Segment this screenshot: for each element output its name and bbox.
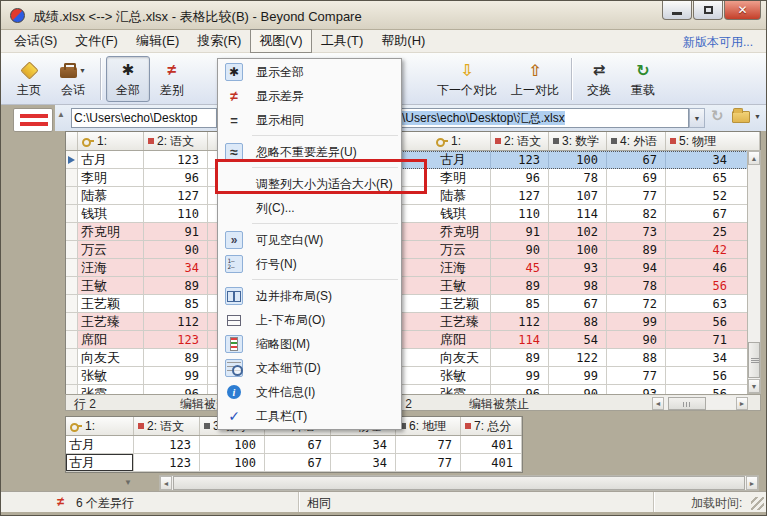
value-cell[interactable]: 67 [265,454,331,471]
value-cell[interactable]: 77 [607,187,666,204]
value-cell[interactable]: 67 [265,436,331,453]
name-cell[interactable]: 向友天 [388,349,491,366]
name-cell[interactable]: 汪海 [78,259,144,276]
value-cell[interactable]: 96 [491,169,549,186]
value-cell[interactable]: 45 [491,259,549,276]
name-cell[interactable]: 王艺颖 [388,295,491,312]
scroll-left-icon[interactable]: ◄ [652,397,664,410]
value-cell[interactable]: 100 [549,241,607,258]
value-cell[interactable]: 72 [607,295,666,312]
table-row[interactable]: 万云901008942 [388,241,760,259]
left-path-input[interactable]: C:\Users\echo\Desktop [71,108,217,128]
value-cell[interactable]: 94 [607,259,666,276]
menu-item[interactable]: 缩略图(M) [218,332,401,356]
name-cell[interactable]: 席阳 [388,331,491,348]
browse-folder-dropdown-icon[interactable]: ▼ [754,113,761,120]
value-cell[interactable]: 99 [607,313,666,330]
table-row[interactable]: 王艺臻112889956 [388,313,760,331]
vertical-scrollbar-thumb[interactable] [748,342,760,378]
menubar-item[interactable]: 工具(T) [312,29,373,53]
menu-item[interactable]: 列(C)... [218,196,401,220]
scroll-left-icon[interactable]: ◄ [160,476,172,490]
name-cell[interactable]: 席阳 [78,331,144,348]
toolbar-button[interactable]: ⇧上一对比 [504,56,566,102]
menu-item[interactable]: »可见空白(W) [218,228,401,252]
horizontal-scrollbar-thumb[interactable] [668,397,706,410]
value-cell[interactable]: 114 [491,331,549,348]
menu-item[interactable]: ✓工具栏(T) [218,404,401,428]
value-cell[interactable]: 89 [607,241,666,258]
column-header[interactable]: 2: 语文 [144,132,208,150]
value-cell[interactable]: 89 [144,349,208,366]
value-cell[interactable]: 34 [331,454,396,471]
menu-item[interactable]: 上-下布局(O) [218,308,401,332]
column-header[interactable]: 1: [78,132,144,150]
value-cell[interactable]: 90 [144,241,208,258]
value-cell[interactable]: 114 [549,205,607,222]
value-cell[interactable]: 110 [144,205,208,222]
table-row[interactable]: 古月1231006734 [388,151,760,169]
value-cell[interactable]: 123 [491,152,549,168]
name-cell[interactable]: 张敏 [388,367,491,384]
table-row[interactable]: 席阳114549071 [388,331,760,349]
toolbar-button[interactable]: ✱全部 [106,56,150,102]
value-cell[interactable]: 69 [607,169,666,186]
name-cell[interactable]: 乔克明 [78,223,144,240]
value-cell[interactable]: 99 [144,367,208,384]
value-cell[interactable]: 91 [491,223,549,240]
column-header[interactable]: 4: 外语 [607,132,666,150]
value-cell[interactable]: 34 [666,349,760,366]
value-cell[interactable]: 56 [666,313,760,330]
column-header[interactable]: 7: 总分 [461,417,522,435]
name-cell[interactable]: 王敏 [78,277,144,294]
name-cell[interactable]: 向友天 [78,349,144,366]
name-cell[interactable]: 汪海 [388,259,491,276]
value-cell[interactable]: 122 [549,349,607,366]
value-cell[interactable]: 98 [549,277,607,294]
scroll-down-icon[interactable]: ▼ [748,379,760,393]
name-cell[interactable]: 李明 [78,169,144,186]
table-row[interactable]: 李明96786965 [388,169,760,187]
value-cell[interactable]: 88 [549,313,607,330]
titlebar[interactable]: 成绩.xlsx <--> 汇总.xlsx - 表格比较(B) - Beyond … [1,1,766,30]
table-row[interactable]: 王艺颖85677263 [388,295,760,313]
value-cell[interactable]: 77 [607,367,666,384]
value-cell[interactable]: 91 [144,223,208,240]
scroll-right-icon[interactable]: ► [736,397,748,410]
value-cell[interactable]: 34 [144,259,208,276]
horizontal-scrollbar-thumb[interactable] [173,476,745,490]
menu-item[interactable]: =显示相同 [218,108,401,132]
value-cell[interactable]: 123 [144,151,208,168]
menu-item[interactable]: ≠显示差异 [218,84,401,108]
new-version-link[interactable]: 新版本可用... [683,34,753,51]
value-cell[interactable]: 71 [666,331,760,348]
menubar-item[interactable]: 帮助(H) [372,29,434,53]
value-cell[interactable]: 52 [666,187,760,204]
column-header[interactable]: 6: 地理 [396,417,461,435]
menubar-item[interactable]: 编辑(E) [127,29,188,53]
menu-item[interactable]: 文本细节(D) [218,356,401,380]
value-cell[interactable]: 112 [491,313,549,330]
name-cell[interactable]: 万云 [388,241,491,258]
name-cell[interactable]: 王艺臻 [78,313,144,330]
value-cell[interactable]: 78 [549,169,607,186]
toolbar-button[interactable]: ≠差别 [150,56,194,102]
value-cell[interactable]: 100 [200,454,265,471]
minimize-button[interactable] [662,1,692,20]
value-cell[interactable]: 77 [396,436,461,453]
menubar-item[interactable]: 会话(S) [5,29,66,53]
column-header[interactable]: 3: 数学 [549,132,607,150]
value-cell[interactable]: 34 [666,152,760,168]
value-cell[interactable]: 42 [666,241,760,258]
value-cell[interactable]: 99 [549,367,607,384]
column-header[interactable]: 1: [388,132,491,150]
value-cell[interactable]: 107 [549,187,607,204]
scroll-up-icon[interactable]: ▲ [748,151,760,165]
value-cell[interactable]: 63 [666,295,760,312]
value-cell[interactable]: 54 [549,331,607,348]
value-cell[interactable]: 89 [491,277,549,294]
value-cell[interactable]: 89 [491,349,549,366]
menubar-item[interactable]: 文件(F) [66,29,127,53]
name-cell[interactable]: 古月 [66,454,134,471]
column-header[interactable]: 2: 语文 [134,417,200,435]
